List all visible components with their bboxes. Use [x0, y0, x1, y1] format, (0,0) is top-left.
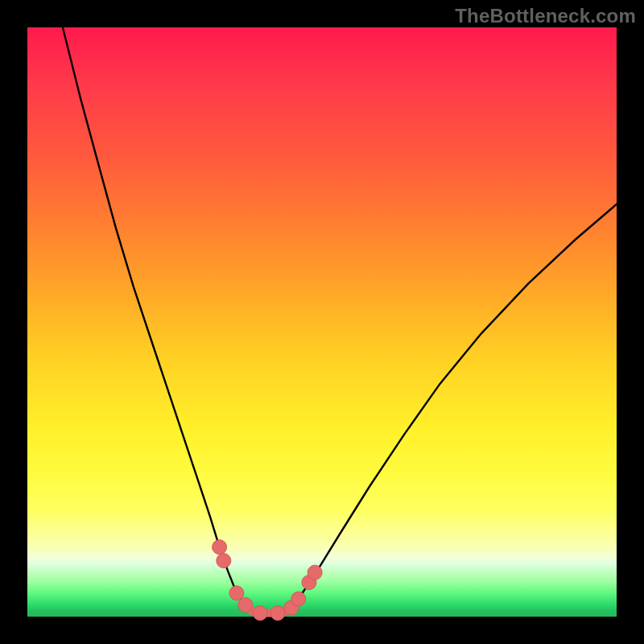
curve-layer — [27, 27, 617, 617]
data-marker — [270, 606, 285, 621]
marker-group — [213, 540, 323, 621]
data-marker — [213, 540, 227, 555]
plot-area — [27, 27, 617, 617]
data-marker — [229, 586, 244, 601]
data-marker — [253, 606, 267, 621]
data-marker — [217, 554, 231, 568]
data-marker — [291, 592, 306, 606]
bottleneck-curve — [63, 27, 617, 613]
data-marker — [238, 597, 253, 612]
data-marker — [308, 565, 322, 580]
watermark-text: TheBottleneck.com — [455, 5, 636, 27]
chart-frame: TheBottleneck.com — [0, 0, 644, 644]
